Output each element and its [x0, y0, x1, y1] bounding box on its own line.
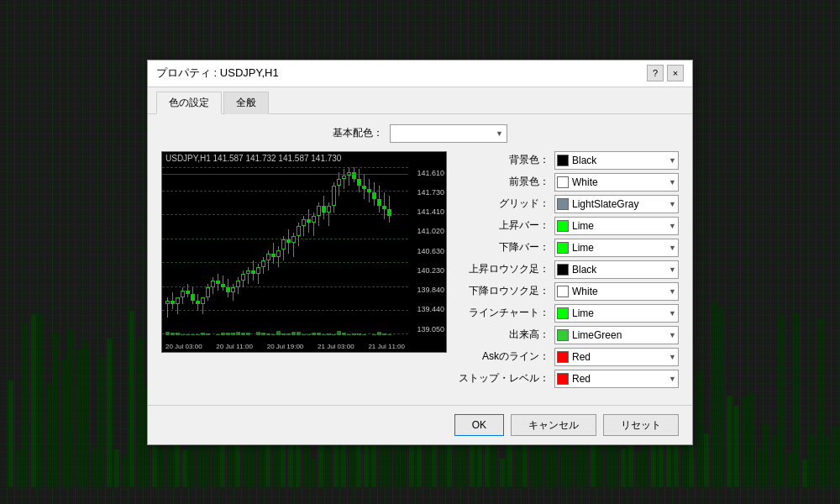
- color-select-volume[interactable]: LimeGreen▼: [554, 326, 679, 344]
- color-row-bull_candle: 上昇ロウソク足：Black▼: [457, 260, 679, 279]
- color-label-volume: 出来高：: [457, 328, 549, 342]
- color-row-bear_candle: 下降ロウソク足：White▼: [457, 282, 679, 301]
- dialog-title: プロパティ : USDJPY,H1: [156, 66, 279, 81]
- x-label: 21 Jul 03:00: [318, 343, 354, 350]
- dialog-footer: OK キャンセル リセット: [148, 405, 692, 444]
- color-swatch-background: [557, 155, 569, 166]
- dialog-window: プロパティ : USDJPY,H1 ? × 色の設定 全般 基本配色：: [147, 60, 693, 445]
- color-label-bear_bar: 下降バー：: [457, 240, 549, 255]
- color-row-volume: 出来高：LimeGreen▼: [457, 326, 679, 344]
- color-swatch-foreground: [557, 176, 569, 188]
- y-label: 141.730: [410, 188, 444, 197]
- base-color-row: 基本配色： ▼: [161, 124, 679, 143]
- color-label-background: 背景色：: [457, 153, 549, 167]
- y-label: 139.840: [410, 286, 444, 294]
- color-select-bear_candle[interactable]: White▼: [554, 282, 679, 301]
- color-label-ask_line: Askのライン：: [457, 349, 549, 364]
- dropdown-arrow-volume: ▼: [669, 331, 676, 339]
- color-name-bear_candle: White: [572, 286, 665, 297]
- base-color-select[interactable]: ▼: [390, 124, 507, 143]
- y-label: 141.410: [410, 207, 444, 216]
- color-label-line_chart: ラインチャート：: [457, 306, 549, 320]
- y-label: 139.440: [410, 305, 444, 313]
- title-buttons: ? ×: [647, 65, 684, 81]
- color-swatch-volume: [557, 329, 569, 341]
- color-row-foreground: 前景色：White▼: [457, 173, 679, 192]
- color-name-grid: LightSlateGray: [572, 198, 665, 210]
- color-select-stop_level[interactable]: Red▼: [554, 370, 679, 388]
- dropdown-arrow-foreground: ▼: [669, 178, 676, 186]
- candle-area: [162, 167, 408, 335]
- color-name-bear_bar: Lime: [572, 242, 665, 254]
- title-bar: プロパティ : USDJPY,H1 ? ×: [148, 60, 692, 87]
- color-select-bull_bar[interactable]: Lime▼: [554, 217, 679, 235]
- color-label-bear_candle: 下降ロウソク足：: [457, 284, 549, 298]
- color-name-foreground: White: [572, 176, 665, 188]
- color-row-stop_level: ストップ・レベル：Red▼: [457, 370, 679, 388]
- color-swatch-bear_candle: [557, 286, 569, 297]
- color-select-bull_candle[interactable]: Black▼: [554, 260, 679, 279]
- color-row-grid: グリッド：LightSlateGray▼: [457, 195, 679, 213]
- y-label: 141.610: [410, 169, 444, 177]
- color-swatch-bear_bar: [557, 242, 569, 254]
- chart-header: USDJPY,H1 141.587 141.732 141.587 141.73…: [162, 152, 446, 165]
- color-swatch-ask_line: [557, 351, 569, 363]
- reset-button[interactable]: リセット: [603, 414, 679, 436]
- dropdown-arrow-grid: ▼: [669, 200, 676, 208]
- color-row-line_chart: ラインチャート：Lime▼: [457, 304, 679, 323]
- color-swatch-bull_bar: [557, 220, 569, 232]
- color-swatch-bull_candle: [557, 264, 569, 276]
- color-name-volume: LimeGreen: [572, 329, 665, 341]
- color-label-bull_candle: 上昇ロウソク足：: [457, 262, 549, 276]
- color-name-bull_candle: Black: [572, 264, 665, 276]
- dropdown-arrow-ask_line: ▼: [669, 353, 676, 361]
- color-select-ask_line[interactable]: Red▼: [554, 348, 679, 366]
- cancel-button[interactable]: キャンセル: [511, 414, 596, 436]
- dropdown-arrow-line_chart: ▼: [669, 309, 676, 318]
- dropdown-arrow-bear_candle: ▼: [669, 287, 676, 296]
- color-select-foreground[interactable]: White▼: [554, 173, 679, 192]
- color-label-stop_level: ストップ・レベル：: [457, 371, 549, 386]
- dialog-overlay: プロパティ : USDJPY,H1 ? × 色の設定 全般 基本配色：: [0, 0, 840, 504]
- x-label: 20 Jul 19:00: [267, 343, 304, 350]
- x-label: 21 Jul 11:00: [368, 343, 405, 350]
- y-label: 141.020: [410, 227, 444, 235]
- color-select-grid[interactable]: LightSlateGray▼: [554, 195, 679, 213]
- dropdown-arrow-bull_candle: ▼: [669, 265, 676, 274]
- color-select-background[interactable]: Black▼: [554, 151, 679, 170]
- dropdown-arrow-bear_bar: ▼: [669, 244, 676, 252]
- y-label: 140.230: [410, 266, 444, 275]
- color-swatch-stop_level: [557, 373, 569, 385]
- y-label: 140.630: [410, 247, 444, 255]
- dialog-body: 基本配色： ▼ USDJPY,H1 141.587 141.732 141.58…: [148, 114, 692, 398]
- color-select-bear_bar[interactable]: Lime▼: [554, 239, 679, 257]
- color-name-ask_line: Red: [572, 351, 665, 363]
- help-button[interactable]: ?: [647, 65, 664, 81]
- dropdown-arrow-bull_bar: ▼: [669, 222, 676, 230]
- color-swatch-line_chart: [557, 307, 569, 319]
- color-label-grid: グリッド：: [457, 197, 549, 211]
- chart-x-axis: 20 Jul 03:00 20 Jul 11:00 20 Jul 19:00 2…: [162, 343, 408, 350]
- tab-color-settings[interactable]: 色の設定: [156, 92, 222, 114]
- content-area: USDJPY,H1 141.587 141.732 141.587 141.73…: [161, 151, 679, 388]
- x-label: 20 Jul 11:00: [216, 343, 253, 350]
- tab-general[interactable]: 全般: [223, 92, 269, 114]
- color-select-line_chart[interactable]: Lime▼: [554, 304, 679, 323]
- color-settings-panel: 背景色：Black▼前景色：White▼グリッド：LightSlateGray▼…: [457, 151, 679, 388]
- base-color-arrow: ▼: [496, 129, 503, 138]
- color-row-background: 背景色：Black▼: [457, 151, 679, 170]
- color-row-bull_bar: 上昇バー：Lime▼: [457, 217, 679, 235]
- chart-y-axis: 141.610 141.730 141.410 141.020 140.630 …: [408, 167, 446, 335]
- color-swatch-grid: [557, 198, 569, 210]
- color-name-background: Black: [572, 155, 665, 166]
- color-name-line_chart: Lime: [572, 307, 665, 319]
- dropdown-arrow-stop_level: ▼: [669, 375, 676, 383]
- close-button[interactable]: ×: [667, 65, 684, 81]
- ok-button[interactable]: OK: [454, 414, 504, 436]
- color-name-bull_bar: Lime: [572, 220, 665, 232]
- color-label-foreground: 前景色：: [457, 175, 549, 189]
- color-label-bull_bar: 上昇バー：: [457, 218, 549, 233]
- base-color-label: 基本配色：: [333, 126, 383, 140]
- dropdown-arrow-background: ▼: [669, 156, 676, 165]
- tab-bar: 色の設定 全般: [148, 87, 692, 114]
